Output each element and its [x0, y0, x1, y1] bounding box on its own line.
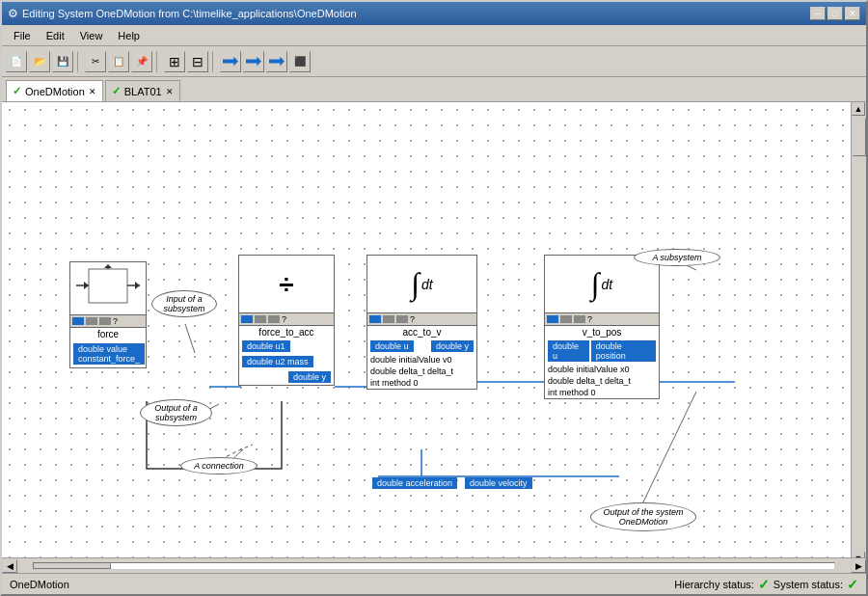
title-bar-buttons: ─ □ ✕ — [810, 7, 860, 20]
block-btn-gray2[interactable] — [99, 317, 111, 325]
grid-button[interactable]: ⊞ — [164, 51, 185, 72]
int1-btn-gray1[interactable] — [383, 315, 394, 323]
minimize-button[interactable]: ─ — [810, 7, 826, 20]
scroll-up-button[interactable]: ▲ — [852, 102, 865, 116]
tab-onedmotion-label: OneDMotion — [25, 86, 85, 97]
input-subsystem-text: Input of a subsystem — [163, 294, 204, 313]
a-subsystem-text: A subsystem — [652, 253, 701, 262]
integral2-symbol: ∫ — [591, 266, 600, 302]
acceleration-port: double acceleration — [371, 476, 458, 490]
tab-blat01-label: BLAT01 — [124, 86, 162, 97]
toolbar-sep1 — [77, 51, 81, 72]
scroll-down-button[interactable]: ▼ — [852, 552, 865, 557]
tab-onedmotion[interactable]: ✓ OneDMotion ✕ — [6, 80, 103, 101]
toolbar-sep3 — [212, 51, 216, 72]
int2-block-name: v_to_pos — [545, 326, 659, 339]
block-btn-gray1[interactable] — [86, 317, 97, 325]
vertical-scrollbar[interactable]: ▲ ▼ — [851, 102, 866, 557]
div-question: ? — [282, 314, 286, 324]
menu-edit[interactable]: Edit — [39, 28, 72, 43]
int1-param2: double delta_t delta_t — [367, 366, 476, 377]
hscroll-left-button[interactable]: ◀ — [2, 559, 17, 573]
cut-button[interactable]: ✂ — [85, 51, 106, 72]
a-connection-text: A connection — [194, 461, 244, 471]
div-btn-gray2[interactable] — [268, 315, 280, 323]
horizontal-scrollbar[interactable]: ◀ ▶ — [2, 557, 866, 573]
div-symbol: ÷ — [279, 269, 293, 300]
stop-button[interactable]: ⬛ — [289, 51, 311, 72]
main-window: ⚙ Editing System OneDMotion from C:\time… — [0, 0, 868, 596]
a-subsystem-callout: A subsystem — [634, 249, 720, 266]
new-button[interactable]: 📄 — [6, 51, 27, 72]
menu-view[interactable]: View — [72, 28, 111, 43]
hierarchy-check-icon: ✓ — [758, 577, 770, 592]
canvas-container: ? force double value constant_force_ ÷ — [2, 102, 866, 573]
dt2-text: dt — [602, 277, 613, 292]
diagram-canvas[interactable]: ? force double value constant_force_ ÷ — [2, 102, 866, 557]
tab-blat01-close[interactable]: ✕ — [166, 87, 174, 96]
svg-rect-5 — [89, 269, 127, 303]
toolbar-sep2 — [156, 51, 160, 72]
paste-button[interactable]: 📌 — [131, 51, 152, 72]
tabs-bar: ✓ OneDMotion ✕ ✓ BLAT01 ✕ — [2, 77, 866, 102]
run3-button[interactable] — [266, 51, 287, 72]
a-connection-callout: A connection — [180, 457, 258, 474]
window-title: Editing System OneDMotion from C:\timeli… — [22, 8, 357, 19]
int2-btn-blue[interactable] — [547, 315, 558, 323]
div-block-name: force_to_acc — [239, 326, 334, 339]
scroll-thumb[interactable] — [853, 118, 866, 156]
run-arrow-icon — [223, 57, 238, 67]
run3-arrow-icon — [269, 57, 285, 67]
grid2-button[interactable]: ⊟ — [187, 51, 208, 72]
int1-btn-blue[interactable] — [369, 315, 381, 323]
int1-block: ∫ dt ? acc_to_v double u double y doub — [366, 255, 477, 390]
dt1-text: dt — [421, 277, 433, 292]
int2-btn-gray2[interactable] — [574, 315, 585, 323]
system-name-status: OneDMotion — [10, 579, 69, 590]
title-bar: ⚙ Editing System OneDMotion from C:\time… — [2, 2, 866, 25]
div-port-u2: double u2 mass — [242, 356, 313, 367]
save-button[interactable]: 💾 — [52, 51, 73, 72]
tab-onedmotion-close[interactable]: ✕ — [89, 87, 96, 96]
div-btn-gray1[interactable] — [255, 315, 266, 323]
tab-blat01[interactable]: ✓ BLAT01 ✕ — [105, 80, 180, 101]
close-button[interactable]: ✕ — [845, 7, 860, 20]
int2-block: ∫ dt ? v_to_pos double u double position — [544, 255, 660, 399]
int1-param3: int method 0 — [367, 377, 476, 389]
integral1-symbol: ∫ — [411, 266, 420, 302]
svg-marker-11 — [104, 264, 112, 268]
block-btn-blue[interactable] — [72, 317, 84, 325]
div-btn-blue[interactable] — [241, 315, 253, 323]
div-port-u1: double u1 — [242, 340, 290, 352]
input-subsystem-callout: Input of a subsystem — [151, 290, 217, 317]
int2-port-out: double position — [591, 340, 656, 362]
menu-bar: File Edit View Help — [2, 25, 866, 46]
force-icon — [74, 264, 142, 312]
hscroll-track — [33, 562, 835, 570]
maximize-button[interactable]: □ — [827, 7, 843, 20]
status-bar: OneDMotion Hierarchy status: ✓ System st… — [2, 573, 866, 594]
menu-help[interactable]: Help — [110, 28, 148, 43]
svg-marker-7 — [84, 282, 89, 289]
run-button[interactable] — [220, 51, 241, 72]
tab-blat01-check-icon: ✓ — [112, 85, 121, 97]
tab-check-icon: ✓ — [13, 85, 21, 97]
block-question: ? — [113, 316, 118, 326]
open-button[interactable]: 📂 — [29, 51, 50, 72]
hierarchy-label: Hierarchy status: — [674, 579, 754, 590]
div-block: ÷ ? force_to_acc double u1 double u2 mas… — [238, 255, 335, 386]
velocity-label: double velocity — [465, 477, 532, 489]
int1-param1: double initialValue v0 — [367, 354, 476, 366]
int2-port-in: double u — [548, 340, 589, 362]
div-port-out: double y — [288, 371, 331, 383]
output-subsystem-text: Output of a subsystem — [154, 403, 198, 422]
svg-line-12 — [185, 324, 195, 353]
hscroll-right-button[interactable]: ▶ — [851, 559, 866, 573]
menu-file[interactable]: File — [6, 28, 39, 43]
int2-btn-gray1[interactable] — [560, 315, 572, 323]
hscroll-thumb[interactable] — [34, 563, 111, 569]
run2-button[interactable] — [243, 51, 264, 72]
int1-btn-gray2[interactable] — [396, 315, 408, 323]
output-subsystem-callout: Output of a subsystem — [140, 399, 212, 426]
copy-button[interactable]: 📋 — [108, 51, 129, 72]
